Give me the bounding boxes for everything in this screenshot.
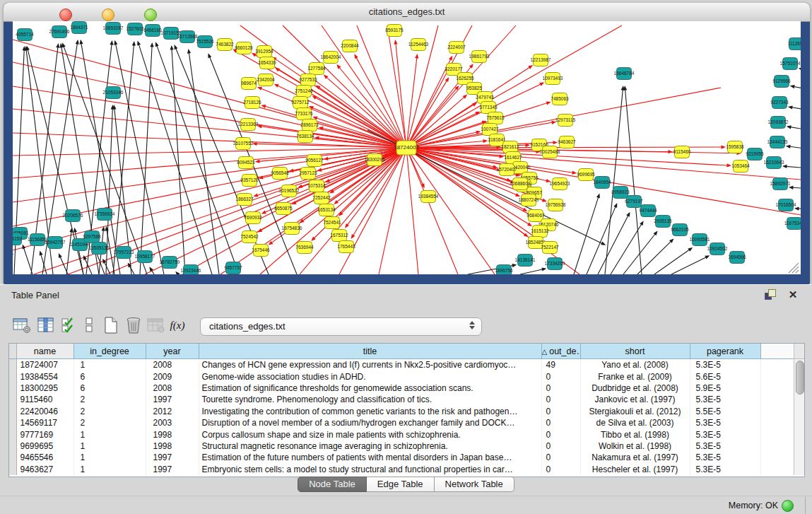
- table-cell[interactable]: Nakamura et al. (1997): [580, 452, 690, 463]
- table-vertical-scrollbar[interactable]: [794, 344, 804, 475]
- table-cell[interactable]: 2: [73, 406, 146, 417]
- table-cell[interactable]: 22420046: [16, 406, 73, 417]
- table-cell[interactable]: 2012: [146, 406, 199, 417]
- float-panel-icon[interactable]: [764, 289, 777, 300]
- table-cell[interactable]: Investigating the contribution of common…: [199, 406, 541, 417]
- table-cell[interactable]: 2008: [146, 359, 199, 371]
- memory-status-icon[interactable]: [782, 500, 794, 512]
- table-cell[interactable]: 19384554: [16, 370, 73, 382]
- table-cell[interactable]: Genome-wide association studies in ADHD.: [199, 370, 541, 382]
- table-row[interactable]: 1830029562008Estimation of significance …: [9, 382, 794, 394]
- table-cell[interactable]: [760, 440, 794, 452]
- table-cell[interactable]: 18724007: [16, 359, 73, 371]
- table-cell[interactable]: 0: [541, 382, 580, 394]
- table-cell[interactable]: 0: [541, 464, 580, 475]
- table-cell[interactable]: 9699695: [16, 440, 73, 452]
- table-cell[interactable]: 1: [73, 428, 146, 440]
- table-cell[interactable]: 1: [73, 359, 146, 371]
- network-window-titlebar[interactable]: citations_edges.txt: [4, 3, 810, 22]
- table-cell[interactable]: 2008: [146, 382, 199, 394]
- table-cell[interactable]: Hescheler et al. (1997): [580, 464, 690, 475]
- table-cell[interactable]: 9463627: [16, 464, 73, 475]
- table-cell[interactable]: 9115460: [16, 394, 73, 405]
- table-cell[interactable]: [760, 394, 794, 405]
- table-cell[interactable]: 9777169: [16, 428, 73, 440]
- table-cell[interactable]: 2: [73, 394, 146, 405]
- table-cell[interactable]: 5.3E-5: [690, 428, 760, 440]
- table-cell[interactable]: 1998: [146, 440, 199, 452]
- table-cell[interactable]: 6: [73, 382, 146, 394]
- table-cell[interactable]: Disruption of a novel member of a sodium…: [199, 417, 541, 428]
- table-cell[interactable]: 5.6E-5: [690, 370, 760, 382]
- table-cell[interactable]: 0: [541, 394, 580, 405]
- table-cell[interactable]: [760, 417, 794, 428]
- table-cell[interactable]: 0: [541, 370, 580, 382]
- select-all-icon[interactable]: [59, 315, 80, 336]
- table-cell[interactable]: [760, 406, 794, 417]
- table-row[interactable]: 1938455462009Genome-wide association stu…: [9, 370, 794, 382]
- table-row[interactable]: 911546021997Tourette syndrome. Phenomeno…: [9, 394, 794, 405]
- table-mode-icon[interactable]: [11, 315, 33, 336]
- function-builder-icon[interactable]: f(x): [167, 315, 188, 336]
- table-cell[interactable]: Estimation of the future numbers of pati…: [199, 452, 541, 463]
- table-row[interactable]: 946362711997Embryonic stem cells: a mode…: [9, 464, 794, 475]
- table-cell[interactable]: Tourette syndrome. Phenomenology and cla…: [199, 394, 541, 405]
- table-cell[interactable]: 1997: [146, 452, 199, 463]
- table-cell[interactable]: [760, 359, 794, 371]
- table-row[interactable]: 946554611997Estimation of the future num…: [9, 452, 794, 463]
- table-cell[interactable]: Tibbo et al. (1998): [580, 428, 690, 440]
- table-cell[interactable]: 14569117: [16, 417, 73, 428]
- delete-table-icon[interactable]: [146, 315, 167, 336]
- table-row[interactable]: 1456911722003Disruption of a novel membe…: [9, 417, 794, 428]
- create-column-icon[interactable]: [100, 315, 122, 336]
- table-cell[interactable]: de Silva et al. (2003): [580, 417, 690, 428]
- tab-network-table[interactable]: Network Table: [435, 477, 514, 492]
- table-cell[interactable]: 5.3E-5: [690, 417, 760, 428]
- table-cell[interactable]: 5.3E-5: [690, 452, 760, 463]
- table-cell[interactable]: [760, 464, 794, 475]
- table-cell[interactable]: Jankovic et al. (1997): [580, 394, 690, 405]
- column-header-pagerank[interactable]: pagerank: [690, 344, 760, 359]
- column-header-short[interactable]: short: [580, 344, 690, 359]
- table-cell[interactable]: Changes of HCN gene expression and I(f) …: [199, 359, 541, 371]
- table-selector-dropdown[interactable]: citations_edges.txt: [200, 317, 482, 336]
- table-row[interactable]: 969969511998Structural magnetic resonanc…: [9, 440, 794, 452]
- column-header-year[interactable]: year: [146, 344, 199, 359]
- table-cell[interactable]: Structural magnetic resonance image aver…: [199, 440, 541, 452]
- table-cell[interactable]: [760, 370, 794, 382]
- resize-grip-icon[interactable]: [792, 267, 799, 273]
- table-cell[interactable]: Wolkin et al. (1998): [580, 440, 690, 452]
- table-cell[interactable]: Embryonic stem cells: a model to study s…: [199, 464, 541, 475]
- table-row[interactable]: 977716911998Corpus callosum shape and si…: [9, 428, 794, 440]
- delete-column-icon[interactable]: [123, 315, 144, 336]
- table-cell[interactable]: 1: [73, 452, 146, 463]
- tab-edge-table[interactable]: Edge Table: [367, 477, 435, 492]
- table-cell[interactable]: 0: [541, 452, 580, 463]
- network-canvas[interactable]: 4055714276914061894371106532871527602646…: [13, 21, 801, 274]
- table-cell[interactable]: Yano et al. (2008): [580, 359, 690, 371]
- table-cell[interactable]: 5.3E-5: [690, 394, 760, 405]
- column-header-name[interactable]: name: [16, 344, 73, 359]
- close-panel-icon[interactable]: ✕: [787, 289, 799, 300]
- table-row[interactable]: 2242004622012Investigating the contribut…: [9, 406, 794, 417]
- table-row[interactable]: 1872400712008Changes of HCN gene express…: [9, 359, 794, 371]
- table-cell[interactable]: 6: [73, 370, 146, 382]
- table-cell[interactable]: Stergiakouli et al. (2012): [580, 406, 690, 417]
- unselect-all-icon[interactable]: [79, 315, 100, 336]
- resize-grip-icon[interactable]: [796, 270, 799, 273]
- table-cell[interactable]: 1998: [146, 428, 199, 440]
- scrollbar-thumb[interactable]: [796, 361, 804, 395]
- show-columns-icon[interactable]: [35, 315, 57, 336]
- table-cell[interactable]: 1997: [146, 394, 199, 405]
- table-cell[interactable]: 2009: [146, 370, 199, 382]
- table-cell[interactable]: [760, 452, 794, 463]
- table-cell[interactable]: Franke et al. (2009): [580, 370, 690, 382]
- table-cell[interactable]: Dudbridge et al. (2008): [580, 382, 690, 394]
- table-cell[interactable]: 2: [73, 417, 146, 428]
- table-cell[interactable]: 0: [541, 440, 580, 452]
- table-cell[interactable]: [760, 382, 794, 394]
- table-cell[interactable]: 5.9E-5: [690, 382, 760, 394]
- table-cell[interactable]: 2003: [146, 417, 199, 428]
- table-cell[interactable]: 9465546: [16, 452, 73, 463]
- table-cell[interactable]: 5.3E-5: [690, 440, 760, 452]
